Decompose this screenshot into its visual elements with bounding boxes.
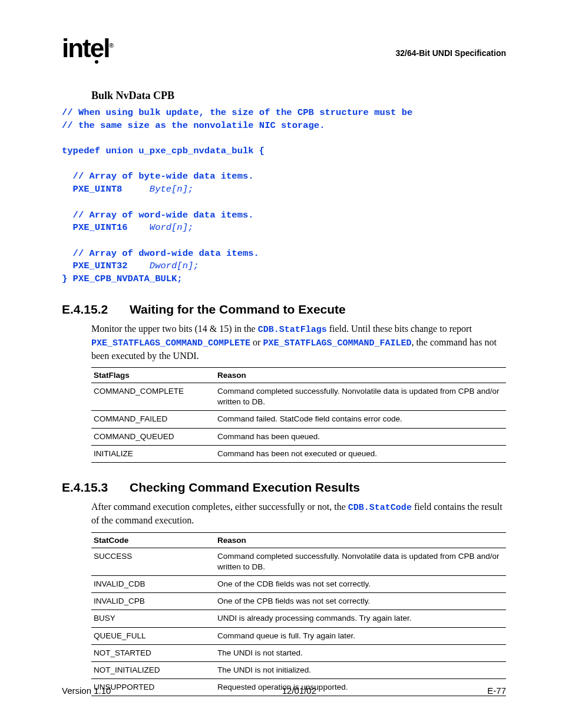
th-reason: Reason [215, 368, 506, 383]
section-waiting: E.4.15.2 Waiting for the Command to Exec… [62, 302, 506, 317]
section-number: E.4.15.2 [62, 302, 130, 317]
th-statflags: StatFlags [91, 368, 215, 383]
page-header: intel® 32/64-Bit UNDI Specification [62, 35, 506, 61]
section1-paragraph: Monitor the upper two bits (14 & 15) in … [91, 322, 506, 363]
table-row: INVALID_CPBOne of the CPB fields was not… [91, 593, 506, 610]
footer-date: 12/01/02 [282, 686, 316, 696]
statcode-table: StatCode Reason SUCCESSCommand completed… [91, 532, 506, 697]
table-header-row: StatCode Reason [91, 532, 506, 548]
section-number: E.4.15.3 [62, 480, 130, 495]
th-statcode: StatCode [91, 532, 215, 548]
table-row: COMMAND_FAILEDCommand failed. StatCode f… [91, 411, 506, 428]
footer-version: Version 1.10 [62, 686, 111, 696]
section-checking: E.4.15.3 Checking Command Execution Resu… [62, 480, 506, 495]
th-reason: Reason [215, 532, 506, 548]
table-row: COMMAND_COMPLETECommand completed succes… [91, 383, 506, 411]
code-block-nvdata: // When using bulk update, the size of t… [62, 107, 506, 286]
table-row: INITIALIZECommand has been not executed … [91, 445, 506, 462]
table-row: NOT_STARTEDThe UNDI is not started. [91, 644, 506, 661]
footer-page: E-77 [487, 686, 506, 696]
table-row: COMMAND_QUEUEDCommand has been queued. [91, 428, 506, 445]
spec-title: 32/64-Bit UNDI Specification [396, 48, 507, 61]
table-row: BUSYUNDI is already processing commands.… [91, 610, 506, 627]
table-row: SUCCESSCommand completed successfully. N… [91, 548, 506, 575]
statflags-table: StatFlags Reason COMMAND_COMPLETECommand… [91, 367, 506, 463]
section-title: Checking Command Execution Results [130, 480, 360, 495]
table-header-row: StatFlags Reason [91, 368, 506, 383]
table-row: NOT_INITIALIZEDThe UNDI is not initializ… [91, 662, 506, 679]
page-footer: Version 1.10 12/01/02 E-77 [62, 686, 506, 696]
section2-paragraph: After command execution completes, eithe… [91, 500, 506, 527]
bulk-nvdata-heading: Bulk NvData CPB [91, 90, 506, 102]
intel-logo: intel® [62, 35, 113, 61]
table-row: INVALID_CDBOne of the CDB fields was not… [91, 575, 506, 592]
section-title: Waiting for the Command to Execute [130, 302, 346, 317]
table-row: QUEUE_FULLCommand queue is full. Try aga… [91, 627, 506, 644]
page-content: Bulk NvData CPB // When using bulk updat… [91, 90, 506, 696]
